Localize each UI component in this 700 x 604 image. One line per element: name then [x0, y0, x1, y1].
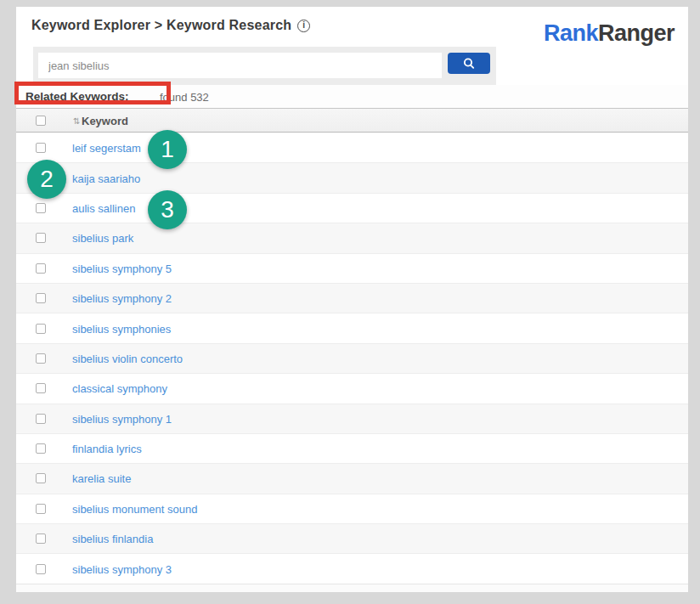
keyword-link[interactable]: leif segerstam — [72, 141, 141, 154]
table-row[interactable]: kaija saariaho — [16, 162, 688, 192]
table-row[interactable]: sibelius monument sound — [16, 494, 688, 523]
keyword-link[interactable]: sibelius symphony 5 — [72, 262, 172, 274]
table-body: leif segerstam kaija saariaho aulis sall… — [16, 133, 688, 584]
column-header-keyword[interactable]: Keyword — [82, 114, 128, 127]
info-icon[interactable]: i — [297, 20, 310, 32]
app-background: { "header": { "breadcrumb": "Keyword Exp… — [0, 0, 700, 604]
table-row[interactable]: sibelius symphony 5 — [16, 253, 688, 283]
keyword-link[interactable]: classical symphony — [72, 382, 167, 395]
row-checkbox[interactable] — [36, 293, 46, 303]
content-card: Keyword Explorer > Keyword Research i Ra… — [16, 7, 688, 592]
row-checkbox[interactable] — [36, 353, 46, 364]
table-row[interactable]: sibelius symphony 3 — [16, 553, 688, 583]
keyword-link[interactable]: finlandia lyrics — [72, 443, 142, 455]
row-checkbox[interactable] — [36, 203, 46, 213]
table-row[interactable]: classical symphony — [16, 373, 688, 403]
logo-ranger: Ranger — [598, 20, 675, 46]
keyword-link[interactable]: kaija saariaho — [72, 172, 140, 184]
breadcrumb: Keyword Explorer > Keyword Research i — [31, 18, 310, 33]
results-label: Related Keywords: — [25, 90, 129, 103]
table-row[interactable]: finlandia lyrics — [16, 433, 688, 463]
page-title: Keyword Explorer > Keyword Research — [31, 18, 291, 33]
table-row[interactable]: sibelius finlandia — [16, 523, 688, 553]
search-button[interactable] — [448, 53, 490, 74]
keyword-link[interactable]: sibelius park — [72, 232, 133, 245]
step-badge: 2 — [27, 160, 66, 199]
keyword-link[interactable]: sibelius symphony 1 — [72, 412, 172, 425]
row-checkbox[interactable] — [36, 233, 46, 243]
row-checkbox[interactable] — [36, 473, 46, 483]
table-row[interactable]: sibelius symphonies — [16, 313, 688, 342]
step-badge: 3 — [148, 190, 187, 229]
row-checkbox[interactable] — [36, 263, 46, 274]
row-checkbox[interactable] — [36, 504, 46, 514]
keyword-link[interactable]: sibelius finlandia — [72, 533, 153, 545]
keyword-link[interactable]: karelia suite — [72, 472, 131, 485]
keyword-link[interactable]: sibelius symphonies — [72, 322, 171, 335]
step-badge: 1 — [148, 130, 187, 169]
row-checkbox[interactable] — [36, 564, 46, 574]
sort-icon[interactable]: ⇅ — [73, 116, 80, 125]
search-input[interactable] — [38, 53, 442, 78]
row-checkbox[interactable] — [36, 143, 46, 153]
keyword-link[interactable]: aulis sallinen — [72, 201, 135, 214]
logo: RankRanger — [544, 20, 675, 47]
select-all-checkbox[interactable] — [36, 116, 46, 126]
search-section — [33, 47, 496, 85]
table-header-row: ⇅ Keyword — [16, 108, 688, 133]
keyword-link[interactable]: sibelius monument sound — [72, 502, 197, 515]
table-row[interactable]: leif segerstam — [16, 133, 688, 162]
keyword-link[interactable]: sibelius symphony 3 — [72, 562, 172, 575]
table-row[interactable]: sibelius symphony 2 — [16, 283, 688, 313]
search-icon — [462, 57, 476, 71]
table-row[interactable]: aulis sallinen — [16, 193, 688, 223]
row-checkbox[interactable] — [36, 443, 46, 454]
row-checkbox[interactable] — [36, 533, 46, 544]
table-footer — [16, 584, 688, 592]
keyword-link[interactable]: sibelius violin concerto — [72, 352, 183, 364]
row-checkbox[interactable] — [36, 414, 46, 424]
row-checkbox[interactable] — [36, 383, 46, 393]
table-row[interactable]: karelia suite — [16, 463, 688, 493]
table-row[interactable]: sibelius park — [16, 223, 688, 252]
table-row[interactable]: sibelius symphony 1 — [16, 404, 688, 433]
keywords-table: ⇅ Keyword leif segerstam kaija saariaho … — [16, 108, 688, 584]
results-count: found 532 — [160, 91, 209, 104]
row-checkbox[interactable] — [36, 324, 46, 334]
results-bar: Related Keywords: found 532 — [16, 85, 688, 108]
keyword-link[interactable]: sibelius symphony 2 — [72, 292, 172, 305]
table-row[interactable]: sibelius violin concerto — [16, 343, 688, 373]
logo-rank: Rank — [544, 20, 598, 46]
